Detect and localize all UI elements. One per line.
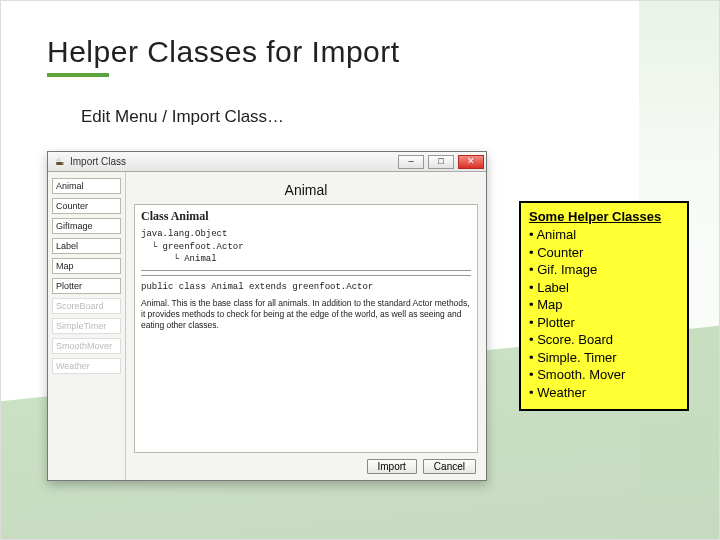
java-icon [54, 156, 66, 168]
sidebar-item-weather[interactable]: Weather [52, 358, 121, 374]
helper-item: • Label [529, 279, 679, 297]
selected-class-title: Animal [126, 172, 486, 204]
sidebar-item-smoothmover[interactable]: SmoothMover [52, 338, 121, 354]
helper-item: • Score. Board [529, 331, 679, 349]
class-signature: public class Animal extends greenfoot.Ac… [141, 282, 471, 292]
import-button[interactable]: Import [367, 459, 417, 474]
class-description: Animal. This is the base class for all a… [141, 298, 471, 331]
cancel-button[interactable]: Cancel [423, 459, 476, 474]
close-button[interactable]: ✕ [458, 155, 484, 169]
divider [141, 270, 471, 271]
divider [141, 275, 471, 276]
sidebar-item-scoreboard[interactable]: ScoreBoard [52, 298, 121, 314]
import-class-dialog: Import Class – □ ✕ AnimalCounterGifImage… [47, 151, 487, 481]
doc-heading: Class Animal [141, 209, 471, 224]
dialog-button-bar: Import Cancel [126, 453, 486, 480]
class-documentation-pane: Class Animal java.lang.Object └ greenfoo… [134, 204, 478, 453]
sidebar-item-simpletimer[interactable]: SimpleTimer [52, 318, 121, 334]
helper-classes-callout: Some Helper Classes • Animal• Counter• G… [519, 201, 689, 411]
helper-item: • Map [529, 296, 679, 314]
helper-item: • Weather [529, 384, 679, 402]
helper-item: • Plotter [529, 314, 679, 332]
sidebar-item-counter[interactable]: Counter [52, 198, 121, 214]
inheritance-tree: java.lang.Object └ greenfoot.Actor └ Ani… [141, 228, 471, 266]
helper-item: • Simple. Timer [529, 349, 679, 367]
window-title: Import Class [70, 156, 394, 167]
helper-item: • Animal [529, 226, 679, 244]
slide-title: Helper Classes for Import [47, 35, 400, 77]
titlebar: Import Class – □ ✕ [48, 152, 486, 172]
sidebar-item-gifimage[interactable]: GifImage [52, 218, 121, 234]
class-list-sidebar: AnimalCounterGifImageLabelMapPlotterScor… [48, 172, 126, 480]
helper-item: • Smooth. Mover [529, 366, 679, 384]
minimize-button[interactable]: – [398, 155, 424, 169]
sidebar-item-map[interactable]: Map [52, 258, 121, 274]
slide-subtitle: Edit Menu / Import Class… [81, 107, 284, 127]
helper-box-title: Some Helper Classes [529, 209, 679, 224]
maximize-button[interactable]: □ [428, 155, 454, 169]
helper-item: • Gif. Image [529, 261, 679, 279]
sidebar-item-plotter[interactable]: Plotter [52, 278, 121, 294]
sidebar-item-animal[interactable]: Animal [52, 178, 121, 194]
helper-item: • Counter [529, 244, 679, 262]
sidebar-item-label[interactable]: Label [52, 238, 121, 254]
